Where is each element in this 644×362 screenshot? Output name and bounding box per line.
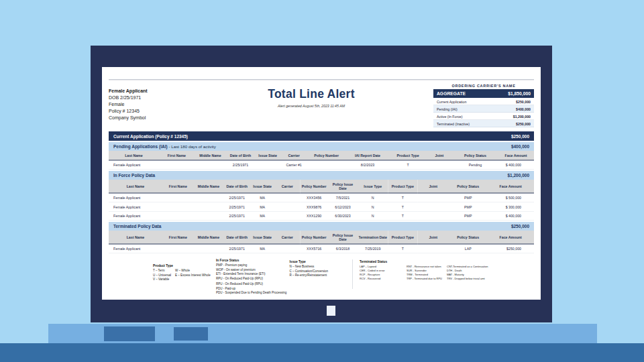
table-cell: T — [390, 160, 426, 170]
table-cell — [417, 244, 449, 253]
table-cell: N — [358, 202, 388, 212]
table-cell — [162, 202, 194, 212]
table-cell: 2/25/1971 — [223, 211, 250, 221]
table-cell: MA — [250, 202, 274, 212]
ordering-carrier-label: ORDERING CARRIER'S NAME — [433, 84, 534, 88]
section-amount: $250,000 — [511, 133, 529, 139]
document-header: Female Applicant DOB 2/25/1971 Female Po… — [102, 83, 541, 128]
column-header: Policy Status — [449, 180, 487, 193]
legend-item: R – Re-entry/Reinstatement — [290, 273, 353, 278]
column-header: Policy Number — [300, 231, 328, 244]
legend-item: TRP - Terminated due to RPU — [407, 276, 442, 280]
table-header-row: Last NameFirst NameMiddle NameDate of Bi… — [109, 180, 534, 193]
column-header: Joint — [417, 180, 449, 193]
section-label: In Force Policy Data — [113, 173, 155, 178]
table-cell — [307, 160, 345, 170]
table-cell: N — [358, 193, 388, 202]
legend-title: Terminated Status — [360, 259, 534, 263]
aggregate-row-label: Active (In Force) — [437, 114, 463, 118]
table-cell — [274, 211, 300, 221]
section-bar-pending-applications: Pending Applications (IAI) - Last 180 da… — [109, 142, 534, 151]
legend-items: T – Term W – Whole U – Universal E – Exc… — [153, 268, 216, 282]
column-header: Face Amount — [487, 180, 534, 193]
table-cell: $ 400,000 — [487, 211, 534, 221]
column-header: Issue State — [250, 180, 274, 193]
page-top-divider — [109, 79, 534, 80]
table-cell: 8/2/2023 — [345, 160, 390, 170]
column-header: Date of Birth — [223, 180, 250, 193]
column-header: Policy Number — [307, 151, 345, 160]
aggregate-row-label: Current Application — [437, 99, 466, 103]
column-header: Policy Issue Date — [328, 231, 358, 244]
column-header: Issue Type — [358, 180, 388, 193]
column-header: First Name — [159, 151, 195, 160]
table-cell: MA — [250, 244, 274, 253]
table-cell — [417, 211, 449, 221]
aggregate-row-active: Active (In Force) $1,200,000 — [433, 113, 534, 120]
table-row: Female Applicant2/25/1971MAXXX12906/30/2… — [109, 211, 534, 221]
alert-timestamp: Alert generated August 5th, 2023 11:45 A… — [189, 104, 433, 108]
laptop-key-left — [104, 326, 155, 341]
table-cell: 7/5/2021 — [328, 193, 358, 202]
legend-item: PDU - Suspended Due to Pending Death Pro… — [216, 290, 290, 295]
table-cell — [162, 244, 194, 253]
table-cell: XXX1290 — [300, 211, 328, 221]
legend-item: E – Excess Interest Whole — [175, 273, 216, 278]
table-cell: 2/25/1971 — [226, 160, 255, 170]
aggregate-row-value: $250,000 — [516, 121, 531, 125]
column-header: Date of Birth — [223, 231, 250, 244]
legend-column: LAP – Lapsed CER - Ceded in error RCP - … — [360, 264, 407, 280]
table-cell — [274, 202, 300, 212]
section-label: Current Application (Policy # 12345) — [113, 133, 188, 139]
table-cell — [194, 244, 223, 253]
table-cell: $ 300,000 — [487, 202, 534, 212]
table-cell — [426, 160, 453, 170]
column-header: Carrier — [274, 180, 300, 193]
table-cell — [194, 202, 223, 212]
column-header: Product Type — [388, 180, 418, 193]
applicant-gender: Female — [109, 101, 189, 108]
table-cell: LAP — [449, 244, 487, 253]
applicant-info-block: Female Applicant DOB 2/25/1971 Female Po… — [109, 83, 189, 128]
section-bar-terminated: Terminated Policy Data $250,000 — [109, 222, 534, 231]
applicant-policy-number: Policy # 12345 — [109, 108, 189, 115]
column-header: Issue State — [255, 151, 280, 160]
section-amount: $1,200,000 — [507, 173, 529, 178]
legend-title: Issue Type — [290, 259, 353, 263]
aggregate-row-value: $250,000 — [516, 99, 531, 103]
column-header: Middle Name — [194, 180, 223, 193]
aggregate-label: AGGREGATE — [437, 91, 466, 97]
section-amount: $400,000 — [511, 144, 529, 149]
table-cell: 2/25/1971 — [223, 244, 250, 253]
table-cell — [162, 211, 194, 221]
column-header: Product Type — [388, 231, 418, 244]
page-title: Total Line Alert — [189, 87, 433, 101]
aggregate-row-current-application: Current Application $250,000 — [433, 98, 534, 105]
section-bar-current-application: Current Application (Policy # 12345) $25… — [109, 131, 534, 141]
section-bar-in-force: In Force Policy Data $1,200,000 — [109, 171, 534, 180]
table-cell: MA — [250, 211, 274, 221]
title-block: Total Line Alert Alert generated August … — [189, 83, 433, 128]
table-cell: 2/25/1971 — [223, 202, 250, 212]
applicant-company-symbol: Company Symbol — [109, 115, 189, 121]
table-cell — [194, 193, 223, 202]
column-header: Carrier — [280, 151, 307, 160]
table-cell — [162, 193, 194, 202]
section-note: - Last 180 days of activity — [168, 144, 216, 149]
aggregate-row-terminated: Terminated (Inactive) $250,000 — [433, 120, 534, 127]
table-cell — [417, 193, 449, 202]
column-header: Last Name — [109, 180, 162, 193]
section-label: Pending Applications (IAI) — [113, 144, 168, 149]
legend-in-force-status: In Force Status PMP - Premium paying WOP… — [216, 258, 290, 295]
table-cell: Carrier #1 — [280, 160, 307, 170]
table-cell: XXX3456 — [300, 193, 328, 202]
table-cell: N — [358, 211, 388, 221]
table-cell: Female Applicant — [109, 160, 159, 170]
column-header: Joint — [417, 231, 449, 244]
column-header: Joint — [426, 151, 453, 160]
table-cell: $ 500,000 — [487, 193, 534, 202]
legend-title: In Force Status — [216, 258, 290, 262]
legend-column: RNT - Reinsurance not taken SUR - Surren… — [407, 264, 442, 280]
legend-items: LAP – Lapsed CER - Ceded in error RCP - … — [360, 264, 534, 280]
aggregate-row-pending: Pending (IAI) $400,000 — [433, 105, 534, 113]
